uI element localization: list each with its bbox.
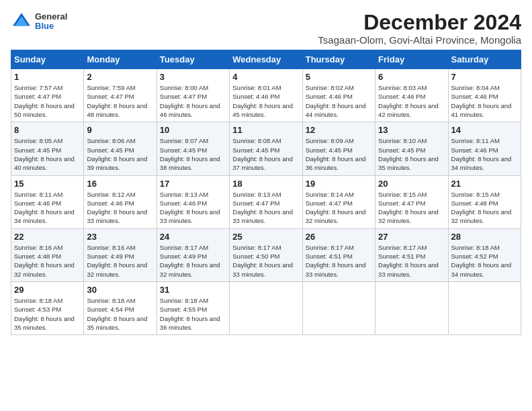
day-number: 6 [378, 72, 445, 82]
day-number: 5 [306, 72, 372, 82]
day-info: Sunrise: 8:06 AM Sunset: 4:45 PM Dayligh… [87, 136, 153, 172]
calendar-day-cell: 28Sunrise: 8:18 AM Sunset: 4:52 PM Dayli… [448, 228, 521, 281]
day-info: Sunrise: 8:18 AM Sunset: 4:52 PM Dayligh… [451, 243, 518, 279]
day-info: Sunrise: 8:17 AM Sunset: 4:51 PM Dayligh… [378, 243, 445, 279]
day-info: Sunrise: 8:05 AM Sunset: 4:45 PM Dayligh… [14, 136, 81, 172]
calendar-day-cell: 29Sunrise: 8:18 AM Sunset: 4:53 PM Dayli… [11, 281, 84, 334]
day-number: 24 [160, 232, 226, 242]
day-number: 26 [306, 232, 372, 242]
calendar-day-cell: 19Sunrise: 8:14 AM Sunset: 4:47 PM Dayli… [302, 175, 375, 228]
calendar-day-cell [448, 281, 521, 334]
weekday-header: Thursday [302, 50, 375, 69]
day-number: 7 [451, 72, 518, 82]
day-number: 19 [306, 179, 372, 189]
calendar-day-cell: 26Sunrise: 8:17 AM Sunset: 4:51 PM Dayli… [302, 228, 375, 281]
calendar-day-cell: 16Sunrise: 8:12 AM Sunset: 4:46 PM Dayli… [84, 175, 157, 228]
day-number: 13 [378, 125, 445, 135]
calendar-week-row: 15Sunrise: 8:11 AM Sunset: 4:46 PM Dayli… [11, 175, 521, 228]
day-info: Sunrise: 8:08 AM Sunset: 4:45 PM Dayligh… [232, 136, 299, 172]
calendar-day-cell [302, 281, 375, 334]
day-number: 17 [160, 179, 226, 189]
weekday-header: Saturday [448, 50, 521, 69]
day-info: Sunrise: 8:07 AM Sunset: 4:45 PM Dayligh… [160, 136, 226, 172]
calendar-day-cell: 2Sunrise: 7:59 AM Sunset: 4:47 PM Daylig… [84, 69, 157, 122]
calendar-day-cell: 15Sunrise: 8:11 AM Sunset: 4:46 PM Dayli… [11, 175, 84, 228]
calendar-day-cell: 12Sunrise: 8:09 AM Sunset: 4:45 PM Dayli… [302, 122, 375, 175]
calendar-day-cell: 9Sunrise: 8:06 AM Sunset: 4:45 PM Daylig… [84, 122, 157, 175]
day-number: 27 [378, 232, 445, 242]
logo-general: General [35, 12, 67, 21]
calendar-day-cell: 18Sunrise: 8:13 AM Sunset: 4:47 PM Dayli… [230, 175, 302, 228]
logo-blue: Blue [35, 21, 67, 31]
day-info: Sunrise: 8:04 AM Sunset: 4:46 PM Dayligh… [451, 83, 518, 119]
calendar-day-cell: 1Sunrise: 7:57 AM Sunset: 4:47 PM Daylig… [11, 69, 84, 122]
calendar-day-cell: 8Sunrise: 8:05 AM Sunset: 4:45 PM Daylig… [11, 122, 84, 175]
day-info: Sunrise: 8:12 AM Sunset: 4:46 PM Dayligh… [87, 190, 153, 226]
day-number: 21 [451, 179, 518, 189]
day-info: Sunrise: 8:14 AM Sunset: 4:47 PM Dayligh… [306, 190, 372, 226]
calendar-table: SundayMondayTuesdayWednesdayThursdayFrid… [11, 50, 521, 335]
calendar-day-cell: 6Sunrise: 8:03 AM Sunset: 4:46 PM Daylig… [375, 69, 448, 122]
subtitle: Tsagaan-Olom, Govi-Altai Province, Mongo… [318, 34, 521, 46]
day-info: Sunrise: 8:11 AM Sunset: 4:46 PM Dayligh… [14, 190, 81, 226]
calendar-day-cell: 25Sunrise: 8:17 AM Sunset: 4:50 PM Dayli… [230, 228, 302, 281]
calendar-week-row: 29Sunrise: 8:18 AM Sunset: 4:53 PM Dayli… [11, 281, 521, 334]
day-number: 14 [451, 125, 518, 135]
calendar-day-cell: 5Sunrise: 8:02 AM Sunset: 4:46 PM Daylig… [302, 69, 375, 122]
calendar-day-cell: 22Sunrise: 8:16 AM Sunset: 4:48 PM Dayli… [11, 228, 84, 281]
day-info: Sunrise: 8:18 AM Sunset: 4:53 PM Dayligh… [14, 296, 81, 332]
month-title: December 2024 [318, 11, 521, 34]
calendar-week-row: 22Sunrise: 8:16 AM Sunset: 4:48 PM Dayli… [11, 228, 521, 281]
day-info: Sunrise: 8:15 AM Sunset: 4:47 PM Dayligh… [378, 190, 445, 226]
day-number: 20 [378, 179, 445, 189]
calendar-day-cell: 31Sunrise: 8:18 AM Sunset: 4:55 PM Dayli… [157, 281, 229, 334]
weekday-header: Monday [84, 50, 157, 69]
day-number: 28 [451, 232, 518, 242]
calendar-week-row: 8Sunrise: 8:05 AM Sunset: 4:45 PM Daylig… [11, 122, 521, 175]
calendar-day-cell: 21Sunrise: 8:15 AM Sunset: 4:48 PM Dayli… [448, 175, 521, 228]
day-number: 18 [232, 179, 299, 189]
day-number: 25 [232, 232, 299, 242]
calendar-day-cell: 11Sunrise: 8:08 AM Sunset: 4:45 PM Dayli… [230, 122, 302, 175]
calendar-day-cell: 3Sunrise: 8:00 AM Sunset: 4:47 PM Daylig… [157, 69, 229, 122]
day-number: 9 [87, 125, 153, 135]
calendar-week-row: 1Sunrise: 7:57 AM Sunset: 4:47 PM Daylig… [11, 69, 521, 122]
day-number: 31 [160, 285, 226, 295]
logo-icon [11, 11, 32, 32]
day-info: Sunrise: 8:16 AM Sunset: 4:48 PM Dayligh… [14, 243, 81, 279]
day-number: 10 [160, 125, 226, 135]
day-number: 15 [14, 179, 81, 189]
day-info: Sunrise: 8:13 AM Sunset: 4:46 PM Dayligh… [160, 190, 226, 226]
day-info: Sunrise: 8:17 AM Sunset: 4:50 PM Dayligh… [232, 243, 299, 279]
weekday-header: Tuesday [157, 50, 229, 69]
weekday-header: Friday [375, 50, 448, 69]
calendar-day-cell: 14Sunrise: 8:11 AM Sunset: 4:46 PM Dayli… [448, 122, 521, 175]
day-number: 23 [87, 232, 153, 242]
day-number: 1 [14, 72, 81, 82]
day-info: Sunrise: 8:02 AM Sunset: 4:46 PM Dayligh… [306, 83, 372, 119]
day-number: 12 [306, 125, 372, 135]
day-info: Sunrise: 8:15 AM Sunset: 4:48 PM Dayligh… [451, 190, 518, 226]
calendar-day-cell: 24Sunrise: 8:17 AM Sunset: 4:49 PM Dayli… [157, 228, 229, 281]
calendar-header-row: SundayMondayTuesdayWednesdayThursdayFrid… [11, 50, 521, 69]
calendar-day-cell [375, 281, 448, 334]
day-info: Sunrise: 8:13 AM Sunset: 4:47 PM Dayligh… [232, 190, 299, 226]
calendar-day-cell: 10Sunrise: 8:07 AM Sunset: 4:45 PM Dayli… [157, 122, 229, 175]
calendar-day-cell: 30Sunrise: 8:18 AM Sunset: 4:54 PM Dayli… [84, 281, 157, 334]
logo: General Blue [11, 11, 67, 32]
day-info: Sunrise: 8:00 AM Sunset: 4:47 PM Dayligh… [160, 83, 226, 119]
day-number: 11 [232, 125, 299, 135]
calendar-day-cell: 13Sunrise: 8:10 AM Sunset: 4:45 PM Dayli… [375, 122, 448, 175]
day-number: 22 [14, 232, 81, 242]
title-block: December 2024 Tsagaan-Olom, Govi-Altai P… [318, 11, 521, 46]
day-number: 2 [87, 72, 153, 82]
day-number: 16 [87, 179, 153, 189]
day-info: Sunrise: 8:18 AM Sunset: 4:55 PM Dayligh… [160, 296, 226, 332]
day-info: Sunrise: 8:16 AM Sunset: 4:49 PM Dayligh… [87, 243, 153, 279]
day-number: 30 [87, 285, 153, 295]
calendar-day-cell [230, 281, 302, 334]
header: General Blue December 2024 Tsagaan-Olom,… [11, 11, 521, 46]
day-info: Sunrise: 7:59 AM Sunset: 4:47 PM Dayligh… [87, 83, 153, 119]
calendar-day-cell: 20Sunrise: 8:15 AM Sunset: 4:47 PM Dayli… [375, 175, 448, 228]
day-info: Sunrise: 8:11 AM Sunset: 4:46 PM Dayligh… [451, 136, 518, 172]
